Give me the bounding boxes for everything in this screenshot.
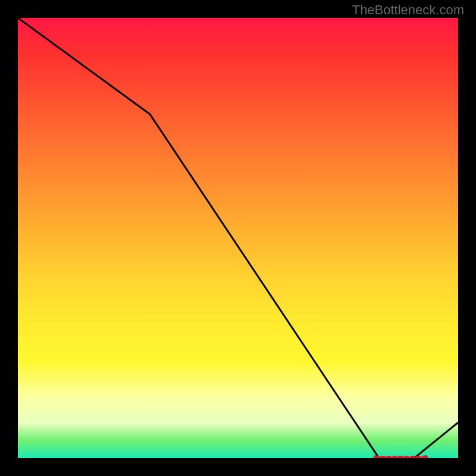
marker-dot-right <box>423 455 428 458</box>
chart-svg <box>18 18 458 458</box>
chart-container: TheBottleneck.com <box>0 0 476 476</box>
data-line <box>18 18 458 458</box>
watermark-text: TheBottleneck.com <box>352 2 464 18</box>
